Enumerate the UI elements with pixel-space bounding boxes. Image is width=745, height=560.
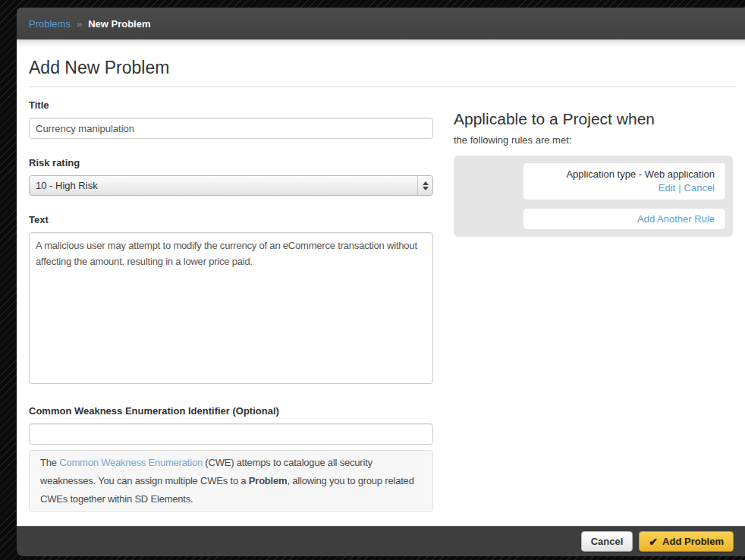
rule-cancel-link[interactable]: Cancel — [684, 182, 715, 193]
add-rule-card: Add Another Rule — [523, 209, 725, 229]
applicability-heading: Applicable to a Project when — [454, 110, 736, 128]
cancel-button[interactable]: Cancel — [581, 531, 633, 552]
title-label: Title — [29, 99, 433, 112]
page-title: Add New Problem — [29, 58, 736, 77]
arrow-up-icon — [423, 181, 429, 185]
text-textarea[interactable]: A malicious user may attempt to modify t… — [29, 232, 433, 384]
cwe-help-link[interactable]: Common Weakness Enumeration — [59, 457, 203, 468]
main-content: Add New Problem Title Risk rating 10 - H… — [17, 39, 745, 526]
breadcrumb-separator: » — [77, 18, 82, 30]
breadcrumb-bar: Problems » New Problem — [17, 8, 745, 39]
risk-rating-select[interactable]: 10 - High Risk — [29, 175, 433, 196]
add-problem-button-label: Add Problem — [662, 536, 724, 547]
breadcrumb-current: New Problem — [88, 18, 150, 30]
add-problem-button[interactable]: ✔Add Problem — [639, 531, 734, 552]
checkmark-icon: ✔ — [649, 536, 658, 548]
rule-text: Application type - Web application — [534, 168, 715, 181]
cwe-help-box: The Common Weakness Enumeration (CWE) at… — [29, 450, 433, 512]
risk-rating-label: Risk rating — [29, 157, 433, 169]
select-stepper-arrows-icon — [417, 176, 432, 195]
rule-actions: Edit|Cancel — [534, 181, 715, 195]
app-window: Problems » New Problem Add New Problem T… — [17, 8, 745, 556]
cwe-input[interactable] — [29, 423, 433, 445]
rule-card: Application type - Web application Edit|… — [523, 163, 725, 200]
title-input[interactable] — [29, 118, 433, 139]
risk-rating-field-group: Risk rating 10 - High Risk — [29, 157, 433, 196]
rule-edit-link[interactable]: Edit — [659, 182, 675, 193]
title-field-group: Title — [29, 99, 433, 139]
cwe-help-bold-term: Problem — [249, 475, 288, 486]
applicability-section: Applicable to a Project when the followi… — [454, 99, 736, 237]
applicability-subheading: the following rules are met: — [454, 134, 736, 146]
add-another-rule-link[interactable]: Add Another Rule — [637, 213, 715, 225]
problem-form: Title Risk rating 10 - High Risk Text — [29, 99, 433, 526]
cwe-label: Common Weakness Enumeration Identifier (… — [29, 405, 433, 417]
rule-link-separator: | — [678, 182, 681, 193]
rules-panel: Application type - Web application Edit|… — [454, 156, 733, 237]
breadcrumb-problems-link[interactable]: Problems — [29, 18, 71, 30]
text-field-group: Text A malicious user may attempt to mod… — [29, 214, 433, 387]
heading-divider — [29, 87, 736, 87]
cwe-field-group: Common Weakness Enumeration Identifier (… — [29, 405, 433, 512]
form-action-bar: Cancel ✔Add Problem — [17, 526, 745, 556]
cwe-help-text: The — [40, 457, 59, 468]
risk-rating-selected-value: 10 - High Risk — [30, 180, 417, 191]
text-label: Text — [29, 214, 433, 226]
arrow-down-icon — [423, 187, 429, 190]
